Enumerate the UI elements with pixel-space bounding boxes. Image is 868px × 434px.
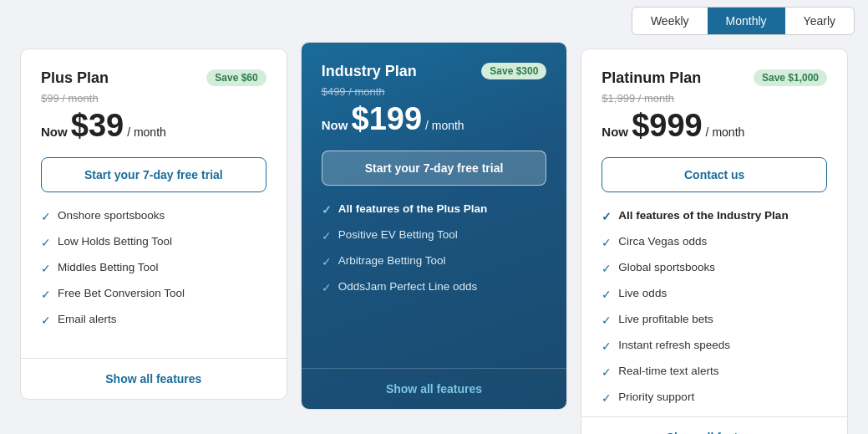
price-period-industry: / month [422, 119, 464, 132]
plan-name-plus: Plus Plan [41, 69, 109, 87]
top-bar: Weekly Monthly Yearly [0, 0, 868, 42]
check-icon-platinum-5: ✓ [602, 340, 612, 353]
feature-text-platinum-3: Live odds [618, 287, 667, 299]
feature-item-plus-2: ✓ Middles Betting Tool [41, 261, 266, 275]
plan-name-platinum: Platinum Plan [602, 69, 701, 87]
feature-text-plus-0: Onshore sportsbooks [58, 209, 165, 222]
save-badge-industry: Save $300 [481, 63, 546, 79]
check-icon-industry-0: ✓ [322, 203, 332, 217]
price-now-label-industry: Now [322, 118, 352, 132]
plan-header-industry: Industry Plan Save $300 [322, 63, 547, 80]
cta-button-plus[interactable]: Start your 7-day free trial [41, 157, 266, 192]
billing-toggle: Weekly Monthly Yearly [632, 7, 855, 35]
features-list-platinum: ✓ All features of the Industry Plan ✓ Ci… [602, 209, 827, 416]
feature-text-industry-0: All features of the Plus Plan [338, 202, 488, 215]
cta-button-industry[interactable]: Start your 7-day free trial [322, 151, 547, 186]
check-icon-platinum-4: ✓ [602, 314, 612, 327]
feature-item-platinum-4: ✓ Live profitable bets [602, 313, 827, 327]
original-price-plus: $99 / month [41, 92, 266, 105]
check-icon-platinum-7: ✓ [602, 391, 612, 405]
feature-item-platinum-1: ✓ Circa Vegas odds [602, 235, 827, 249]
check-icon-industry-1: ✓ [322, 229, 332, 243]
price-amount-plus: $39 [71, 108, 124, 143]
original-price-industry: $499 / month [322, 85, 547, 98]
show-features-button-platinum[interactable]: Show all features [581, 416, 847, 434]
feature-text-industry-1: Positive EV Betting Tool [338, 228, 458, 241]
check-icon-platinum-3: ✓ [602, 288, 612, 301]
show-features-button-industry[interactable]: Show all features [302, 368, 567, 409]
feature-text-platinum-2: Global sportsbooks [618, 261, 715, 273]
check-icon-platinum-0: ✓ [602, 210, 612, 223]
features-list-industry: ✓ All features of the Plus Plan ✓ Positi… [322, 202, 547, 368]
save-badge-plus: Save $60 [206, 69, 266, 86]
price-amount-platinum: $999 [632, 108, 703, 143]
original-price-platinum: $1,999 / month [602, 92, 827, 105]
plan-card-plus: Plus Plan Save $60 $99 / month Now $39 /… [20, 49, 287, 400]
feature-text-plus-4: Email alerts [58, 313, 117, 325]
feature-text-platinum-6: Real-time text alerts [618, 365, 718, 377]
plan-header-plus: Plus Plan Save $60 [41, 69, 266, 87]
current-price-industry: Now $199 / month [322, 101, 547, 137]
check-icon-platinum-2: ✓ [602, 262, 612, 275]
feature-item-plus-0: ✓ Onshore sportsbooks [41, 209, 266, 223]
check-icon-platinum-1: ✓ [602, 236, 612, 249]
plans-container: Plus Plan Save $60 $99 / month Now $39 /… [0, 42, 868, 434]
check-icon-industry-2: ✓ [322, 255, 332, 268]
feature-text-platinum-7: Priority support [618, 391, 694, 403]
price-period-plus: / month [124, 125, 166, 139]
feature-item-plus-4: ✓ Email alerts [41, 313, 266, 327]
feature-text-plus-1: Low Holds Betting Tool [58, 235, 172, 248]
price-now-label-plus: Now [41, 125, 71, 139]
price-now-label-platinum: Now [602, 125, 632, 139]
feature-item-platinum-6: ✓ Real-time text alerts [602, 365, 827, 379]
feature-item-industry-3: ✓ OddsJam Perfect Line odds [322, 280, 547, 294]
feature-text-industry-3: OddsJam Perfect Line odds [338, 280, 478, 293]
feature-item-industry-2: ✓ Arbitrage Betting Tool [322, 254, 547, 268]
billing-weekly[interactable]: Weekly [632, 8, 708, 34]
feature-text-platinum-4: Live profitable bets [618, 313, 713, 325]
check-icon-plus-3: ✓ [41, 288, 51, 301]
check-icon-plus-1: ✓ [41, 236, 51, 249]
check-icon-plus-4: ✓ [41, 314, 51, 327]
billing-monthly[interactable]: Monthly [708, 8, 785, 34]
check-icon-platinum-6: ✓ [602, 365, 612, 379]
feature-item-platinum-2: ✓ Global sportsbooks [602, 261, 827, 275]
feature-text-platinum-0: All features of the Industry Plan [618, 209, 788, 222]
price-amount-industry: $199 [352, 101, 423, 136]
feature-item-industry-1: ✓ Positive EV Betting Tool [322, 228, 547, 243]
check-icon-industry-3: ✓ [322, 281, 332, 294]
show-features-button-plus[interactable]: Show all features [21, 358, 287, 399]
feature-text-platinum-5: Instant refresh speeds [618, 339, 730, 351]
feature-text-platinum-1: Circa Vegas odds [618, 235, 707, 248]
current-price-platinum: Now $999 / month [602, 108, 827, 144]
current-price-plus: Now $39 / month [41, 108, 266, 144]
billing-yearly[interactable]: Yearly [785, 8, 854, 34]
feature-item-platinum-3: ✓ Live odds [602, 287, 827, 301]
plan-header-platinum: Platinum Plan Save $1,000 [602, 69, 827, 87]
feature-item-plus-1: ✓ Low Holds Betting Tool [41, 235, 266, 249]
check-icon-plus-2: ✓ [41, 262, 51, 275]
feature-item-platinum-0: ✓ All features of the Industry Plan [602, 209, 827, 223]
feature-item-plus-3: ✓ Free Bet Conversion Tool [41, 287, 266, 301]
feature-text-plus-2: Middles Betting Tool [58, 261, 159, 273]
plan-name-industry: Industry Plan [322, 63, 417, 80]
check-icon-plus-0: ✓ [41, 210, 51, 223]
feature-text-industry-2: Arbitrage Betting Tool [338, 254, 446, 267]
save-badge-platinum: Save $1,000 [754, 69, 827, 86]
plan-card-platinum: Platinum Plan Save $1,000 $1,999 / month… [581, 49, 848, 434]
plan-card-industry: Industry Plan Save $300 $499 / month Now… [301, 42, 568, 410]
cta-button-platinum[interactable]: Contact us [602, 157, 827, 192]
feature-item-industry-0: ✓ All features of the Plus Plan [322, 202, 547, 217]
feature-item-platinum-5: ✓ Instant refresh speeds [602, 339, 827, 353]
feature-text-plus-3: Free Bet Conversion Tool [58, 287, 185, 299]
price-period-platinum: / month [703, 125, 745, 139]
features-list-plus: ✓ Onshore sportsbooks ✓ Low Holds Bettin… [41, 209, 266, 358]
feature-item-platinum-7: ✓ Priority support [602, 391, 827, 405]
